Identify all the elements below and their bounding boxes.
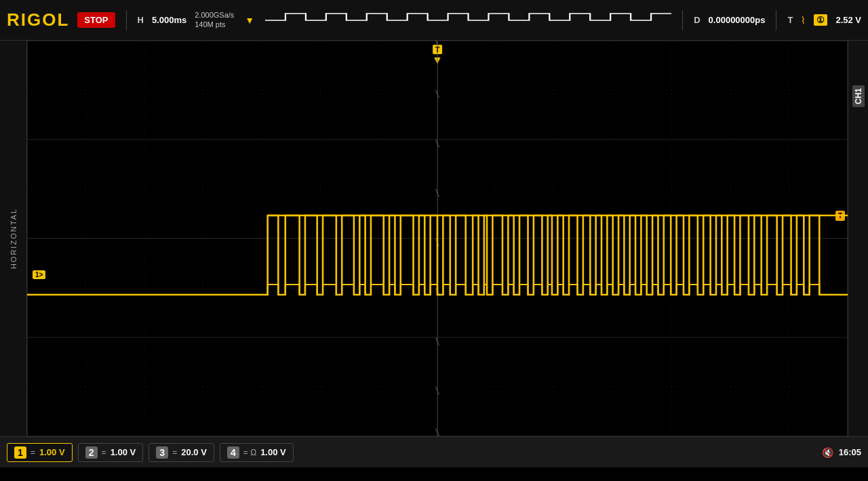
ch1-voltage: 1.00 V	[39, 447, 65, 457]
ch1-coupling: =	[31, 448, 35, 457]
timebase-value[interactable]: 5.000ms	[152, 15, 186, 25]
ch1-number: 1	[14, 446, 26, 459]
h-label: H	[138, 15, 144, 25]
rigol-logo: RIGOL	[7, 9, 69, 30]
d-label: D	[694, 15, 700, 25]
t-label: T	[787, 15, 793, 25]
ch2-coupling: =	[102, 448, 106, 457]
channel-1-item[interactable]: 1 = 1.00 V	[7, 443, 73, 462]
right-sidebar: CH1	[848, 41, 868, 436]
horizontal-label: HORIZONTAL	[0, 41, 27, 436]
waveform-svg	[27, 41, 848, 436]
mini-waveform-svg	[265, 8, 671, 33]
trigger-icon: ⌇	[801, 15, 806, 26]
channel-4-item[interactable]: 4 = Ω 1.00 V	[220, 443, 294, 462]
ch4-voltage: 1.00 V	[260, 447, 286, 457]
grid-container: T ▼ 1> T	[27, 41, 848, 436]
d-value: 0.00000000ps	[709, 15, 766, 25]
sample-rate: 2.000GSa/s	[195, 11, 234, 20]
ch2-voltage: 1.00 V	[111, 447, 136, 457]
sample-points: 140M pts	[195, 20, 234, 29]
trigger-mini-flag: ▼	[245, 15, 254, 26]
separator-1	[126, 10, 127, 30]
ch1-header-indicator: ①	[814, 14, 827, 26]
ch1-side-label: CH1	[852, 85, 865, 107]
ch4-number: 4	[227, 446, 239, 459]
bottom-bar: 1 = 1.00 V 2 = 1.00 V 3 = 20.0 V 4 = Ω 1…	[0, 436, 868, 467]
sound-icon: 🔇	[822, 447, 833, 458]
time-display: 16:05	[839, 447, 861, 457]
separator-3	[776, 10, 776, 30]
ch2-number: 2	[85, 446, 98, 459]
stop-button[interactable]: STOP	[77, 12, 115, 28]
channel-2-item[interactable]: 2 = 1.00 V	[78, 443, 144, 462]
ch3-number: 3	[156, 446, 168, 459]
top-bar: RIGOL STOP H 5.000ms 2.000GSa/s 140M pts…	[0, 0, 868, 41]
sample-info: 2.000GSa/s 140M pts	[195, 11, 234, 28]
horizontal-text: HORIZONTAL	[9, 208, 18, 269]
ch3-voltage: 20.0 V	[181, 447, 207, 457]
scope-area: HORIZONTAL T ▼ 1> T	[0, 41, 868, 436]
ch3-coupling: =	[172, 448, 177, 457]
voltage-value: 2.52 V	[835, 15, 861, 25]
channel-3-item[interactable]: 3 = 20.0 V	[149, 443, 214, 462]
separator-2	[682, 10, 683, 30]
mini-waveform-display	[265, 8, 671, 33]
ch4-coupling: = Ω	[243, 448, 256, 457]
